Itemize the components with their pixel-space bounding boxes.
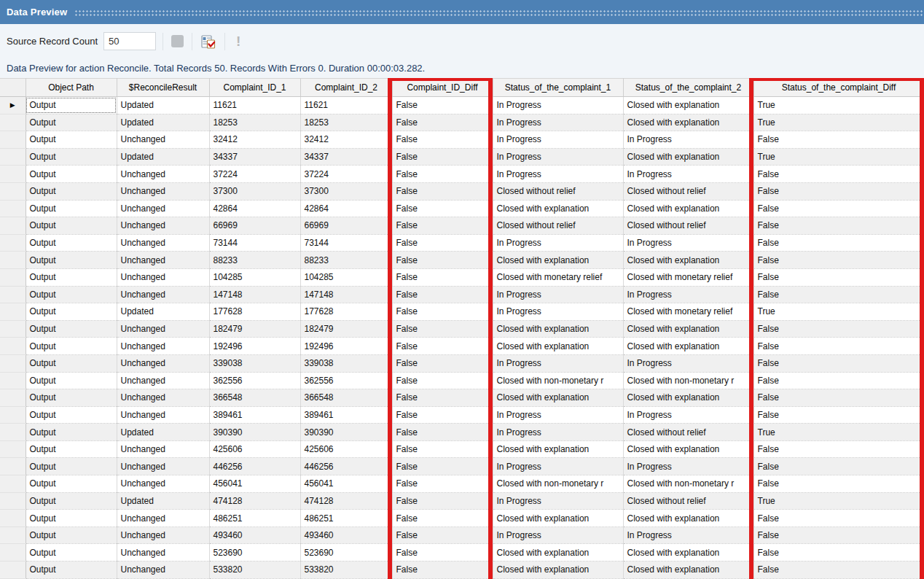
table-cell[interactable]: Unchanged <box>117 320 209 338</box>
table-cell[interactable]: False <box>392 372 493 389</box>
table-cell[interactable]: 37224 <box>209 166 300 183</box>
table-cell[interactable]: In Progress <box>623 131 753 149</box>
table-cell[interactable]: 533820 <box>209 561 300 579</box>
row-selector[interactable] <box>0 492 26 510</box>
table-cell[interactable]: In Progress <box>623 526 753 544</box>
table-cell[interactable]: Unchanged <box>117 510 209 527</box>
table-cell[interactable]: In Progress <box>493 114 623 131</box>
table-cell[interactable]: 192496 <box>300 338 392 355</box>
row-selector[interactable] <box>0 217 26 235</box>
table-cell[interactable]: False <box>392 526 493 544</box>
table-cell[interactable]: True <box>753 303 924 321</box>
row-selector[interactable] <box>0 131 26 149</box>
table-row[interactable]: OutputUnchanged3241232412FalseIn Progres… <box>0 131 924 149</box>
table-cell[interactable]: Output <box>26 303 117 321</box>
table-cell[interactable]: False <box>392 217 493 235</box>
table-cell[interactable]: 11621 <box>300 97 392 114</box>
preview-data-check-icon[interactable] <box>199 32 218 51</box>
table-cell[interactable]: False <box>392 510 493 527</box>
table-cell[interactable]: Unchanged <box>117 372 209 389</box>
table-cell[interactable]: Closed with explanation <box>493 320 623 338</box>
table-cell[interactable]: False <box>753 131 924 149</box>
table-row[interactable]: OutputUnchanged456041456041FalseClosed w… <box>0 475 924 493</box>
table-cell[interactable]: False <box>753 406 924 424</box>
table-cell[interactable]: Output <box>26 372 117 389</box>
table-cell[interactable]: Closed without relief <box>623 492 753 510</box>
table-cell[interactable]: 42864 <box>300 200 392 217</box>
table-cell[interactable]: Closed without relief <box>623 217 753 235</box>
table-cell[interactable]: 88233 <box>300 252 392 269</box>
table-cell[interactable]: False <box>753 389 924 407</box>
table-cell[interactable]: 425606 <box>209 440 300 458</box>
table-cell[interactable]: False <box>392 338 493 355</box>
table-cell[interactable]: False <box>753 458 924 475</box>
table-cell[interactable]: 339038 <box>209 354 300 372</box>
table-cell[interactable]: Closed with explanation <box>623 252 753 269</box>
table-cell[interactable]: Unchanged <box>117 217 209 235</box>
row-selector[interactable] <box>0 320 26 338</box>
table-cell[interactable]: In Progress <box>623 354 753 372</box>
table-cell[interactable]: False <box>392 182 493 200</box>
table-cell[interactable]: In Progress <box>623 166 753 183</box>
table-row[interactable]: OutputUnchanged523690523690FalseClosed w… <box>0 544 924 561</box>
table-cell[interactable]: 362556 <box>300 372 392 389</box>
table-cell[interactable]: Output <box>26 200 117 217</box>
table-row[interactable]: OutputUpdated177628177628FalseIn Progres… <box>0 303 924 321</box>
table-cell[interactable]: Output <box>26 286 117 303</box>
table-cell[interactable]: Unchanged <box>117 338 209 355</box>
row-selector[interactable] <box>0 526 26 544</box>
table-cell[interactable]: False <box>392 440 493 458</box>
table-cell[interactable]: True <box>753 492 924 510</box>
table-cell[interactable]: False <box>753 440 924 458</box>
table-cell[interactable]: False <box>753 166 924 183</box>
table-cell[interactable]: Unchanged <box>117 131 209 149</box>
table-cell[interactable]: False <box>392 458 493 475</box>
table-cell[interactable]: Output <box>26 510 117 527</box>
table-cell[interactable]: Unchanged <box>117 389 209 407</box>
table-row[interactable]: OutputUnchanged192496192496FalseClosed w… <box>0 338 924 355</box>
table-row[interactable]: OutputUnchanged3730037300FalseClosed wit… <box>0 182 924 200</box>
table-cell[interactable]: Closed with explanation <box>623 148 753 166</box>
table-cell[interactable]: In Progress <box>493 526 623 544</box>
table-cell[interactable]: Closed with explanation <box>623 338 753 355</box>
table-cell[interactable]: Output <box>26 424 117 441</box>
table-cell[interactable]: False <box>753 234 924 252</box>
table-cell[interactable]: False <box>392 492 493 510</box>
table-cell[interactable]: Closed with explanation <box>493 338 623 355</box>
table-row[interactable]: OutputUpdated390390390390FalseIn Progres… <box>0 424 924 441</box>
table-cell[interactable]: False <box>392 389 493 407</box>
row-selector[interactable] <box>0 148 26 166</box>
exclamation-icon[interactable]: ! <box>232 34 245 49</box>
table-cell[interactable]: True <box>753 114 924 131</box>
table-cell[interactable]: 425606 <box>300 440 392 458</box>
table-cell[interactable]: Unchanged <box>117 234 209 252</box>
row-selector[interactable] <box>0 286 26 303</box>
table-cell[interactable]: False <box>753 217 924 235</box>
table-cell[interactable]: Output <box>26 166 117 183</box>
col-header-status-1[interactable]: Status_of_the_complaint_1 <box>493 79 623 97</box>
table-cell[interactable]: 486251 <box>209 510 300 527</box>
table-cell[interactable]: False <box>753 354 924 372</box>
col-header-reconcile-result[interactable]: $ReconcileResult <box>117 79 209 97</box>
row-selector[interactable] <box>0 544 26 561</box>
table-cell[interactable]: Closed with explanation <box>623 561 753 579</box>
table-cell[interactable]: 486251 <box>300 510 392 527</box>
table-cell[interactable]: False <box>392 544 493 561</box>
table-cell[interactable]: False <box>753 182 924 200</box>
table-cell[interactable]: 177628 <box>209 303 300 321</box>
table-cell[interactable]: Unchanged <box>117 526 209 544</box>
table-cell[interactable]: Unchanged <box>117 268 209 286</box>
table-cell[interactable]: False <box>753 268 924 286</box>
table-cell[interactable]: Closed with explanation <box>623 440 753 458</box>
table-cell[interactable]: 37224 <box>300 166 392 183</box>
table-cell[interactable]: Closed with non-monetary r <box>493 372 623 389</box>
table-cell[interactable]: 32412 <box>300 131 392 149</box>
row-selector[interactable]: ▶ <box>0 97 26 114</box>
table-cell[interactable]: Unchanged <box>117 440 209 458</box>
row-selector[interactable] <box>0 406 26 424</box>
table-cell[interactable]: False <box>392 303 493 321</box>
table-cell[interactable]: False <box>392 424 493 441</box>
table-cell[interactable]: Closed without relief <box>623 424 753 441</box>
table-cell[interactable]: Output <box>26 234 117 252</box>
table-cell[interactable]: Output <box>26 544 117 561</box>
